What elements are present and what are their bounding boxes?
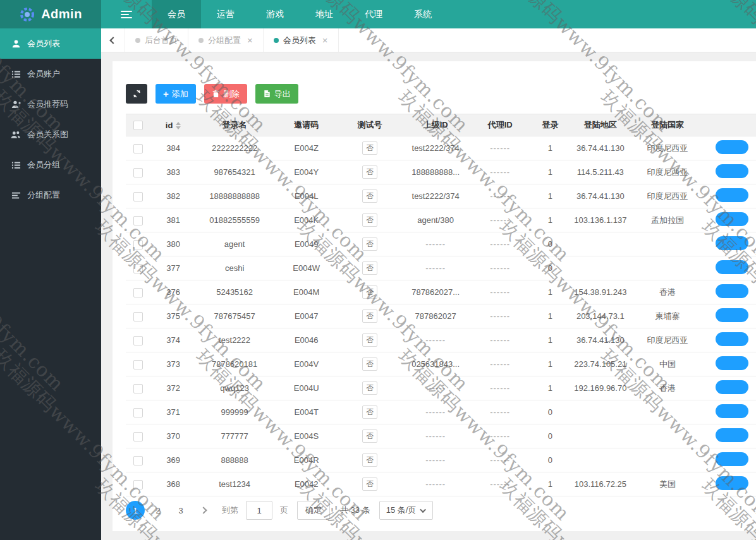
tab-close-icon[interactable]: × bbox=[322, 35, 328, 45]
row-checkbox[interactable] bbox=[133, 264, 143, 273]
cell-login-region: 103.136.1.137 bbox=[572, 208, 628, 232]
nav-item-游戏[interactable]: 游戏 bbox=[250, 0, 300, 28]
row-checkbox[interactable] bbox=[133, 384, 143, 393]
select-all-cell bbox=[126, 114, 150, 136]
cell-login-count: 1 bbox=[528, 304, 573, 328]
row-select-cell bbox=[126, 256, 150, 280]
delete-button[interactable]: 删除 bbox=[204, 84, 247, 104]
row-checkbox[interactable] bbox=[133, 192, 143, 201]
sidebar-item-会员分组[interactable]: 会员分组 bbox=[0, 150, 101, 180]
cell-agent-id: ------ bbox=[472, 400, 528, 424]
test-flag-badge: 否 bbox=[362, 285, 377, 298]
sort-icon[interactable] bbox=[176, 122, 181, 129]
cell-id: 384 bbox=[150, 136, 197, 160]
cell-login-count: 0 bbox=[528, 400, 573, 424]
nav-item-运营[interactable]: 运营 bbox=[201, 0, 250, 28]
row-action-button[interactable] bbox=[716, 308, 748, 322]
cell-test-flag: 否 bbox=[340, 280, 399, 304]
row-action-button[interactable] bbox=[716, 404, 748, 418]
row-checkbox[interactable] bbox=[133, 288, 143, 297]
row-checkbox[interactable] bbox=[133, 336, 143, 345]
row-action-button[interactable] bbox=[716, 236, 748, 250]
row-checkbox[interactable] bbox=[133, 408, 143, 417]
cell-actions bbox=[706, 472, 756, 496]
cell-login-count: 1 bbox=[528, 352, 573, 376]
cell-test-flag: 否 bbox=[340, 400, 399, 424]
table-header: id登录名邀请码测试号上级ID代理ID登录登陆地区登陆国家 bbox=[126, 114, 756, 136]
export-button[interactable]: 导出 bbox=[255, 84, 298, 104]
cell-parent-id: ------ bbox=[399, 328, 472, 352]
per-page-select[interactable]: 15 条/页 bbox=[379, 501, 434, 520]
row-select-cell bbox=[126, 304, 150, 328]
row-select-cell bbox=[126, 280, 150, 304]
select-all-checkbox[interactable] bbox=[133, 121, 143, 130]
cell-actions bbox=[706, 400, 756, 424]
row-action-button[interactable] bbox=[716, 212, 748, 226]
member-list-card: + 添加 删除 bbox=[113, 61, 756, 531]
trash-icon bbox=[212, 90, 220, 98]
row-action-button[interactable] bbox=[716, 452, 748, 466]
page-button-3[interactable]: 3 bbox=[171, 501, 190, 520]
cell-parent-id: ------ bbox=[399, 232, 472, 256]
row-checkbox[interactable] bbox=[133, 312, 143, 321]
confirm-button[interactable]: 确定 bbox=[297, 501, 330, 520]
refresh-button[interactable] bbox=[126, 84, 147, 104]
row-action-button[interactable] bbox=[716, 356, 748, 370]
cell-test-flag: 否 bbox=[340, 448, 399, 472]
tab-分组配置[interactable]: 分组配置× bbox=[188, 28, 264, 52]
row-action-button[interactable] bbox=[716, 428, 748, 442]
cell-agent-id: ------ bbox=[472, 328, 528, 352]
add-button[interactable]: + 添加 bbox=[155, 84, 196, 104]
cell-login-country bbox=[628, 232, 706, 256]
row-checkbox[interactable] bbox=[133, 144, 143, 153]
cell-login-region bbox=[572, 400, 628, 424]
row-checkbox[interactable] bbox=[133, 456, 143, 465]
sidebar-item-会员关系图[interactable]: 会员关系图 bbox=[0, 119, 101, 150]
nav-item-系统[interactable]: 系统 bbox=[398, 0, 448, 28]
row-select-cell bbox=[126, 424, 150, 448]
nav-item-地址[interactable]: 地址 bbox=[300, 0, 349, 28]
sidebar-toggle-button[interactable] bbox=[101, 0, 152, 28]
row-checkbox[interactable] bbox=[133, 480, 143, 489]
row-action-button[interactable] bbox=[716, 380, 748, 394]
cell-agent-id: ------ bbox=[472, 352, 528, 376]
tab-后台首页[interactable]: 后台首页 bbox=[125, 28, 188, 52]
nav-item-会员[interactable]: 会员 bbox=[152, 0, 201, 28]
cell-test-flag: 否 bbox=[340, 304, 399, 328]
row-action-button[interactable] bbox=[716, 332, 748, 346]
row-action-button[interactable] bbox=[716, 476, 748, 490]
row-action-button[interactable] bbox=[716, 164, 748, 178]
cell-id: 371 bbox=[150, 400, 197, 424]
row-checkbox[interactable] bbox=[133, 168, 143, 177]
table-row: 369888888E004R否------------0 bbox=[126, 448, 756, 472]
goto-page-input[interactable] bbox=[246, 501, 272, 520]
row-select-cell bbox=[126, 136, 150, 160]
tab-会员列表[interactable]: 会员列表× bbox=[264, 28, 339, 52]
row-checkbox[interactable] bbox=[133, 432, 143, 441]
row-action-button[interactable] bbox=[716, 140, 748, 154]
cell-test-flag: 否 bbox=[340, 256, 399, 280]
page-button-2[interactable]: 2 bbox=[149, 501, 168, 520]
test-flag-badge: 否 bbox=[362, 357, 377, 370]
sidebar-item-分组配置[interactable]: 分组配置 bbox=[0, 180, 101, 210]
tab-close-icon[interactable]: × bbox=[247, 35, 253, 45]
row-action-button[interactable] bbox=[716, 260, 748, 274]
cell-id: 369 bbox=[150, 448, 197, 472]
row-action-button[interactable] bbox=[716, 188, 748, 202]
cell-login-count: 1 bbox=[528, 208, 573, 232]
sidebar-item-会员推荐码[interactable]: 会员推荐码 bbox=[0, 89, 101, 119]
cell-agent-id: ------ bbox=[472, 376, 528, 400]
tabs-scroll-left-button[interactable] bbox=[101, 28, 125, 52]
row-action-button[interactable] bbox=[716, 284, 748, 298]
row-checkbox[interactable] bbox=[133, 360, 143, 369]
column-header-label: 登陆地区 bbox=[584, 120, 617, 129]
sidebar-item-会员账户[interactable]: 会员账户 bbox=[0, 59, 101, 89]
nav-item-代理[interactable]: 代理 bbox=[349, 0, 398, 28]
next-page-button[interactable] bbox=[194, 501, 213, 520]
cell-login-region: 192.169.96.70 bbox=[572, 376, 628, 400]
page-button-1[interactable]: 1 bbox=[126, 501, 145, 520]
sidebar-item-会员列表[interactable]: 会员列表 bbox=[0, 28, 101, 59]
row-checkbox[interactable] bbox=[133, 216, 143, 225]
row-checkbox[interactable] bbox=[133, 240, 143, 249]
cell-actions bbox=[706, 424, 756, 448]
